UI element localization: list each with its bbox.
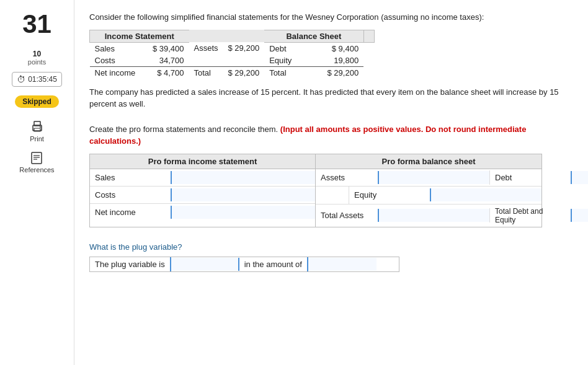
income-sales-value: $ 39,400 <box>145 42 189 55</box>
references-label: References <box>19 166 54 174</box>
pro-forma-income-header: Pro forma income statement <box>90 154 315 169</box>
plug-in-amount-label: in the amount of <box>239 257 308 271</box>
svg-point-3 <box>40 126 41 128</box>
income-row-net: Net income $ 4,700 Total $ 29,200 Total … <box>90 66 375 79</box>
pro-forma-balance-header: Pro forma balance sheet <box>316 154 541 169</box>
pf-net-income-input[interactable] <box>171 206 315 219</box>
pf-sales-label: Sales <box>90 170 171 185</box>
pf-income-costs-row: Costs <box>90 187 315 204</box>
svg-rect-4 <box>32 152 42 164</box>
income-row-costs: Costs 34,700 Equity 19,800 <box>90 55 375 67</box>
timer-value: 01:35:45 <box>28 75 57 84</box>
total-label-is: Total <box>189 66 223 79</box>
income-costs-value: 34,700 <box>145 55 189 67</box>
income-row-sales: Sales $ 39,400 Assets $ 29,200 Debt $ 9,… <box>90 42 375 55</box>
pf-costs-label: Costs <box>90 188 171 202</box>
instruction2: Create the pro forma statements and reco… <box>89 123 573 147</box>
income-statement-header: Income Statement <box>90 30 189 42</box>
equity-label: Equity <box>264 55 308 67</box>
pf-net-income-label: Net income <box>90 205 171 219</box>
financial-statements-table: Income Statement Balance Sheet Sales $ 3… <box>89 30 375 79</box>
plug-label: The plug variable is <box>90 257 171 271</box>
print-label: Print <box>30 135 44 143</box>
question-number: 31 <box>22 11 51 37</box>
assets-label: Assets <box>189 42 223 55</box>
pf-income-net-row: Net income <box>90 204 315 221</box>
pro-forma-income-section: Pro forma income statement Sales Costs N… <box>90 154 316 227</box>
total-label-bs: Total <box>264 66 308 79</box>
debt-value: $ 9,400 <box>308 42 363 55</box>
pf-total-de-label: Total Debt and Equity <box>490 204 571 227</box>
net-income-label: Net income <box>90 66 145 79</box>
references-button[interactable]: References <box>19 151 54 174</box>
question-title: Consider the following simplified financ… <box>89 11 573 24</box>
total-liab-value: $ 29,200 <box>308 66 363 79</box>
points-sub: points <box>28 58 46 66</box>
pf-equity-input[interactable] <box>430 188 541 201</box>
skipped-badge: Skipped <box>15 95 59 108</box>
timer-box: ⏱ 01:35:45 <box>12 72 62 87</box>
plug-question: What is the plug variable? <box>89 242 573 252</box>
instruction1: The company has predicted a sales increa… <box>89 86 573 110</box>
points-label: 10 <box>33 50 41 58</box>
total-assets-value: $ 29,200 <box>223 66 265 79</box>
pf-income-sales-row: Sales <box>90 169 315 187</box>
print-button[interactable]: Print <box>30 120 44 143</box>
pf-costs-input[interactable] <box>171 188 315 201</box>
pro-forma-tables: Pro forma income statement Sales Costs N… <box>89 154 542 227</box>
timer-icon: ⏱ <box>17 74 25 84</box>
plug-variable-input[interactable] <box>171 258 239 271</box>
equity-value: 19,800 <box>308 55 363 67</box>
main-content: Consider the following simplified financ… <box>74 0 588 365</box>
pf-assets-label: Assets <box>316 170 378 185</box>
balance-sheet-header: Balance Sheet <box>264 30 363 42</box>
sidebar: 31 10 points ⏱ 01:35:45 Skipped Print <box>0 0 74 365</box>
pf-sales-input[interactable] <box>171 171 315 184</box>
plug-row: The plug variable is in the amount of <box>89 257 399 272</box>
net-income-value: $ 4,700 <box>145 66 189 79</box>
pf-equity-label: Equity <box>349 188 430 202</box>
pf-debt-input[interactable] <box>571 171 588 184</box>
pf-assets-input[interactable] <box>378 171 489 184</box>
debt-label: Debt <box>264 42 308 55</box>
income-sales-label: Sales <box>90 42 145 55</box>
plug-amount-input[interactable] <box>308 258 376 271</box>
income-costs-label: Costs <box>90 55 145 67</box>
pf-total-de-input[interactable] <box>571 209 588 222</box>
pf-total-assets-input[interactable] <box>378 209 489 222</box>
pf-total-assets-label: Total Assets <box>316 208 378 222</box>
pf-debt-label: Debt <box>490 170 571 185</box>
assets-value: $ 29,200 <box>223 42 265 55</box>
plug-section: What is the plug variable? The plug vari… <box>89 242 573 272</box>
pro-forma-balance-section: Pro forma balance sheet Assets Debt <box>316 154 541 227</box>
